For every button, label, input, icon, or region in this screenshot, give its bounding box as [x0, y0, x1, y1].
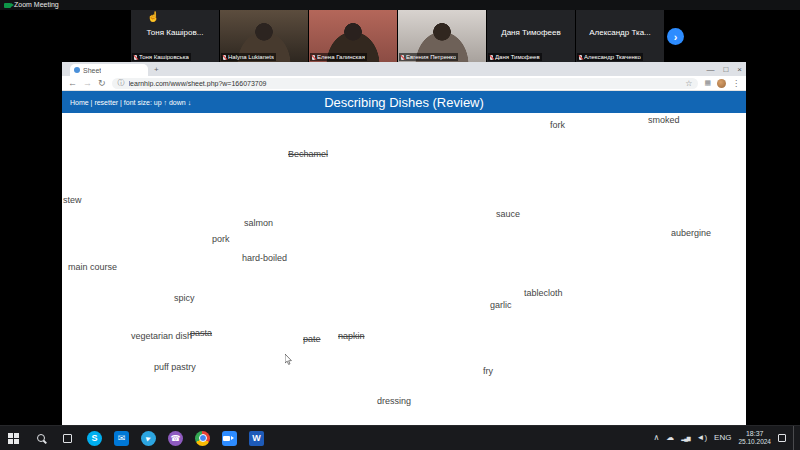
url-text[interactable]: learnhip.com/www/sheet.php?w=166073709 — [129, 80, 682, 87]
word-item[interactable]: pasta — [190, 328, 212, 338]
mail-icon: ✉ — [114, 431, 129, 446]
participant-name-overlay: Даня Тимофеев — [487, 28, 575, 37]
taskbar-viber-button[interactable]: ☎ — [162, 426, 189, 450]
word-cloud: forksmokedBechamelstewsalmonsauceporkaub… — [62, 113, 746, 425]
word-item[interactable]: Bechamel — [288, 149, 328, 159]
word-item[interactable]: aubergine — [671, 228, 711, 238]
onedrive-cloud-icon[interactable]: ☁ — [666, 434, 674, 442]
word-item[interactable]: puff pastry — [154, 362, 196, 372]
start-button[interactable] — [0, 426, 27, 450]
taskbar-skype-button[interactable]: S — [81, 426, 108, 450]
new-tab-button[interactable]: + — [154, 64, 159, 76]
mic-muted-icon — [312, 55, 315, 60]
windows-logo-icon — [8, 433, 19, 444]
page-nav-links[interactable]: Home | resetter | font size: up ↑ down ↓ — [70, 99, 191, 106]
task-view-button[interactable] — [54, 426, 81, 450]
bookmark-star-icon[interactable]: ☆ — [685, 79, 692, 88]
taskbar-zoom-button[interactable] — [216, 426, 243, 450]
clock-date: 25.10.2024 — [738, 438, 771, 445]
address-bar[interactable]: ⓘ learnhip.com/www/sheet.php?w=166073709… — [112, 78, 699, 89]
taskbar-telegram-button[interactable]: ▸ — [135, 426, 162, 450]
taskbar-chrome-button[interactable] — [189, 426, 216, 450]
maximize-icon[interactable]: □ — [723, 65, 728, 74]
participant-tile[interactable]: Александр Тка... Александр Ткаченко — [576, 10, 664, 62]
tab-title: Sheet — [83, 67, 101, 74]
show-desktop-button[interactable] — [793, 426, 797, 450]
telegram-icon: ▸ — [141, 431, 156, 446]
language-indicator[interactable]: ENG — [714, 434, 731, 442]
taskbar-clock[interactable]: 18:37 25.10.2024 — [738, 430, 771, 446]
chrome-icon — [195, 431, 210, 446]
word-item[interactable]: salmon — [244, 218, 273, 228]
browser-window: Sheet + — □ × ← → ↻ ⓘ learnhip.com/www/s… — [62, 62, 746, 425]
word-item[interactable]: fork — [550, 120, 565, 130]
next-participants-button[interactable]: › — [667, 28, 684, 45]
participant-name-tag: Даня Тимофеев — [488, 53, 542, 61]
back-icon[interactable]: ← — [68, 79, 77, 88]
extensions-icon[interactable]: ▦ — [704, 79, 711, 87]
raised-hand-icon: ☝ — [147, 11, 159, 22]
participant-tile[interactable]: ☝ Тоня Кашіров... Тоня Кашіровська — [131, 10, 219, 62]
windows-taskbar: S ✉ ▸ ☎ W ∧ ☁ ▂▄▆ ◄) ENG 18:37 25.10.202… — [0, 425, 800, 450]
participant-name-tag: Halyna Lukianets — [221, 53, 276, 61]
participant-tile[interactable]: Даня Тимофеев Даня Тимофеев — [487, 10, 575, 62]
participant-name-tag: Евгения Петренко — [399, 53, 458, 61]
zoom-titlebar: Zoom Meeting — [0, 0, 800, 10]
taskbar-word-button[interactable]: W — [243, 426, 270, 450]
participant-name-overlay: Тоня Кашіров... — [131, 28, 219, 37]
word-item[interactable]: sauce — [496, 209, 520, 219]
mic-muted-icon — [490, 55, 493, 60]
skype-icon: S — [87, 431, 102, 446]
word-item[interactable]: garlic — [490, 300, 512, 310]
participant-video-strip: ☝ Тоня Кашіров... Тоня Кашіровська Halyn… — [0, 10, 800, 62]
browser-tabstrip: Sheet + — □ × — [62, 62, 746, 76]
browser-menu-icon[interactable]: ⋮ — [732, 79, 740, 88]
taskbar-search-button[interactable] — [27, 426, 54, 450]
forward-icon[interactable]: → — [83, 79, 92, 88]
mic-muted-icon — [134, 55, 137, 60]
zoom-camera-icon — [4, 3, 11, 8]
participant-tile[interactable]: Елена Галинская — [309, 10, 397, 62]
action-center-icon[interactable] — [778, 434, 786, 442]
word-item[interactable]: dressing — [377, 396, 411, 406]
word-item[interactable]: stew — [63, 195, 82, 205]
viber-icon: ☎ — [168, 431, 183, 446]
zoom-app-icon — [222, 431, 237, 446]
word-item[interactable]: spicy — [174, 293, 195, 303]
browser-tab[interactable]: Sheet — [70, 64, 148, 76]
participant-tile[interactable]: Halyna Lukianets — [220, 10, 308, 62]
minimize-icon[interactable]: — — [706, 65, 714, 74]
word-item[interactable]: fry — [483, 366, 493, 376]
mic-muted-icon — [579, 55, 582, 60]
participant-name-tag: Елена Галинская — [310, 53, 367, 61]
zoom-window-title: Zoom Meeting — [14, 0, 59, 10]
participant-tiles: ☝ Тоня Кашіров... Тоня Кашіровська Halyn… — [131, 10, 665, 62]
mic-muted-icon — [401, 55, 404, 60]
tab-favicon — [74, 67, 80, 73]
word-item[interactable]: pork — [212, 234, 230, 244]
close-icon[interactable]: × — [737, 65, 742, 74]
profile-avatar[interactable] — [717, 79, 726, 88]
refresh-icon[interactable]: ↻ — [98, 79, 106, 88]
taskbar-mail-button[interactable]: ✉ — [108, 426, 135, 450]
word-icon: W — [249, 431, 264, 446]
page-title: Describing Dishes (Review) — [324, 95, 484, 110]
participant-tile[interactable]: Евгения Петренко — [398, 10, 486, 62]
participant-name-tag: Александр Ткаченко — [577, 53, 643, 61]
mouse-cursor-icon — [285, 354, 293, 365]
word-item[interactable]: main course — [68, 262, 117, 272]
system-tray: ∧ ☁ ▂▄▆ ◄) ENG 18:37 25.10.2024 — [653, 426, 800, 450]
word-item[interactable]: pate — [303, 334, 321, 344]
participant-name-overlay: Александр Тка... — [576, 28, 664, 37]
word-item[interactable]: vegetarian dish — [131, 331, 192, 341]
word-item[interactable]: tablecloth — [524, 288, 563, 298]
volume-icon[interactable]: ◄) — [697, 434, 708, 442]
page-info-icon[interactable]: ⓘ — [118, 78, 125, 88]
word-item[interactable]: napkin — [338, 331, 365, 341]
word-item[interactable]: smoked — [648, 115, 680, 125]
network-signal-icon[interactable]: ▂▄▆ — [681, 435, 689, 441]
page-header: Home | resetter | font size: up ↑ down ↓… — [62, 91, 746, 113]
mic-muted-icon — [223, 55, 226, 60]
tray-expand-icon[interactable]: ∧ — [653, 434, 659, 442]
word-item[interactable]: hard-boiled — [242, 253, 287, 263]
